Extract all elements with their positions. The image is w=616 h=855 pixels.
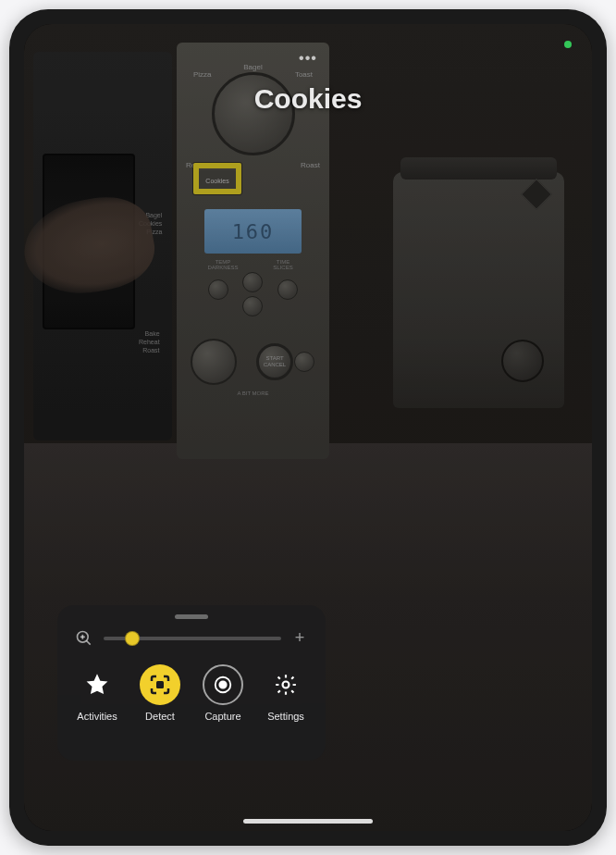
- more-menu-icon[interactable]: •••: [299, 50, 317, 67]
- capture-icon: [203, 664, 243, 705]
- svg-point-7: [283, 682, 290, 688]
- sheet-grabber[interactable]: [175, 614, 208, 619]
- zoom-plus-icon[interactable]: +: [290, 628, 309, 648]
- detection-title: Cookies: [254, 83, 363, 115]
- mode-activities-label: Activities: [77, 711, 117, 722]
- zoom-row: +: [68, 628, 314, 659]
- ipad-device-frame: Bagel Cookies Pizza Bake Reheat Roast Pi…: [9, 9, 607, 846]
- mode-row: Activities Detect: [68, 659, 314, 722]
- gear-icon: [265, 664, 306, 705]
- svg-point-6: [219, 681, 226, 688]
- star-icon: [77, 664, 117, 705]
- screen: Bagel Cookies Pizza Bake Reheat Roast Pi…: [24, 24, 592, 831]
- mode-activities[interactable]: Activities: [68, 664, 126, 722]
- magnifier-icon[interactable]: [74, 629, 94, 648]
- home-indicator[interactable]: [243, 819, 373, 824]
- zoom-slider[interactable]: [104, 637, 281, 640]
- svg-rect-4: [156, 681, 164, 688]
- mode-capture[interactable]: Capture: [194, 664, 252, 722]
- mode-detect-label: Detect: [145, 711, 175, 722]
- mode-settings[interactable]: Settings: [257, 664, 314, 722]
- camera-indicator-dot: [564, 41, 572, 48]
- zoom-slider-thumb[interactable]: [125, 631, 140, 646]
- svg-line-1: [87, 640, 91, 644]
- controls-sheet: + Activities: [57, 605, 326, 761]
- detect-icon: [140, 664, 180, 705]
- mode-capture-label: Capture: [204, 711, 240, 722]
- mode-settings-label: Settings: [267, 711, 304, 722]
- mode-detect[interactable]: Detect: [131, 664, 189, 722]
